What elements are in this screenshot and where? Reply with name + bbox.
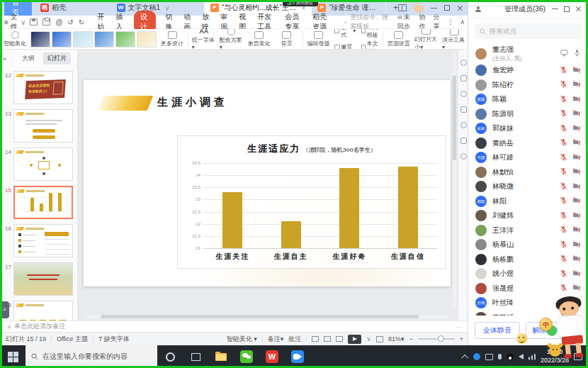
member-row[interactable]: 姚小煜 <box>468 267 588 281</box>
camera-off-icon[interactable] <box>572 138 581 147</box>
camera-off-icon[interactable] <box>572 80 581 89</box>
reading-view-icon[interactable] <box>336 336 343 342</box>
minimize-button[interactable] <box>431 8 437 9</box>
tray-network-icon[interactable] <box>528 354 536 360</box>
fit-window-icon[interactable] <box>376 336 383 342</box>
mic-off-icon[interactable] <box>560 182 567 191</box>
camera-off-icon[interactable] <box>572 269 581 279</box>
member-row[interactable]: 林默怡 <box>468 165 588 180</box>
camera-off-icon[interactable] <box>572 255 581 264</box>
tray-expand-icon[interactable] <box>461 354 468 361</box>
taskbar-search-input[interactable]: 在这里输入你要搜索的内容 <box>26 345 157 368</box>
camera-off-icon[interactable] <box>572 153 581 162</box>
zoom-level[interactable]: 81%▾ <box>388 335 405 342</box>
comment-toggle[interactable]: 批注 <box>288 335 301 344</box>
member-row[interactable]: 王洋洋 <box>468 223 588 238</box>
slide-thumbnail-preview[interactable]: 机会总是留给有准备的人! <box>13 71 73 104</box>
camera-off-icon[interactable] <box>572 240 581 250</box>
slide-thumbnail-preview[interactable] <box>13 262 73 296</box>
mic-off-icon[interactable] <box>560 240 567 250</box>
slide-thumbnail-18[interactable]: 18 <box>1 301 74 320</box>
member-row[interactable]: 董志强(主持人, 我) <box>468 44 588 63</box>
zoom-slider[interactable] <box>418 338 455 340</box>
collapse-ribbon-icon[interactable]: ∧ <box>460 18 465 26</box>
layout-button[interactable]: 版式▾ <box>334 29 356 39</box>
undo-icon[interactable]: ↺ <box>67 18 73 26</box>
member-row[interactable]: 詹宏婷 <box>468 63 588 78</box>
meeting-app-button[interactable] <box>285 345 310 368</box>
mic-off-icon[interactable] <box>560 66 567 75</box>
more-tool-icon[interactable] <box>460 153 467 160</box>
horizontal-scrollbar[interactable] <box>86 315 448 318</box>
print-icon[interactable] <box>43 18 50 26</box>
layers-tool-icon[interactable] <box>460 106 467 113</box>
chart-container[interactable]: 生涯适应力 （湄职院，随机300名学生） 24.52423.52322.5222… <box>177 135 446 269</box>
member-row[interactable]: 可婧林可婧 <box>468 150 588 165</box>
slide-thumbnail-14[interactable]: 14 <box>1 147 74 181</box>
save-icon[interactable] <box>30 18 38 26</box>
collapse-panel-icon[interactable]: « <box>3 55 6 62</box>
maximize-button[interactable] <box>444 5 450 11</box>
tab-outline[interactable]: 大纲 <box>18 52 39 65</box>
member-row[interactable]: 林晓微 <box>468 179 588 194</box>
camera-off-icon[interactable] <box>572 124 581 133</box>
redo-icon[interactable]: ↻ <box>79 18 84 26</box>
mic-off-icon[interactable] <box>560 167 567 177</box>
tray-mic-icon[interactable] <box>498 354 502 359</box>
normal-view-icon[interactable] <box>312 336 319 342</box>
mic-off-icon[interactable] <box>560 255 567 264</box>
smart-beautify-button[interactable]: 智能美化 <box>3 31 27 48</box>
zoom-out-button[interactable]: − <box>409 335 412 342</box>
tray-display-icon[interactable] <box>485 354 493 360</box>
slide-thumbnail-preview[interactable] <box>13 186 73 219</box>
cortana-button[interactable] <box>157 345 183 368</box>
reset-button[interactable]: 重置 <box>334 43 356 50</box>
mic-off-icon[interactable] <box>560 80 567 89</box>
camera-off-icon[interactable] <box>572 284 581 293</box>
design-thumbnail[interactable] <box>94 31 114 48</box>
mic-off-icon[interactable] <box>560 153 567 162</box>
tab-slides[interactable]: 幻灯片 <box>43 52 71 65</box>
slide-thumbnail-preview[interactable] <box>13 301 73 320</box>
slideshow-play-button[interactable] <box>348 335 361 344</box>
page-setup-button[interactable]: 页面设置 <box>387 31 411 48</box>
design-template-strip[interactable] <box>30 31 157 48</box>
member-row[interactable]: 妹妹郭妹妹 <box>468 121 588 136</box>
member-row[interactable]: 陈绍柠 <box>468 78 588 93</box>
member-row[interactable]: 黄皓岳 <box>468 136 588 151</box>
member-row[interactable]: 陈源明 <box>468 107 588 122</box>
camera-off-icon[interactable] <box>572 182 581 191</box>
edit-master-button[interactable]: 编辑母版 <box>307 31 331 48</box>
background-button[interactable]: 背景 <box>275 31 299 48</box>
members-close-button[interactable] <box>575 6 582 12</box>
more-designs-button[interactable]: 更多设计 <box>160 31 184 48</box>
screen-share-icon[interactable] <box>560 49 568 58</box>
member-row[interactable]: 林阳林阳 <box>468 194 588 209</box>
mic-off-icon[interactable] <box>560 211 567 221</box>
member-row[interactable]: 刘健炜 <box>468 208 588 223</box>
mic-off-icon[interactable] <box>560 124 567 133</box>
file-explorer-button[interactable] <box>208 345 234 368</box>
doc-templates-button[interactable]: 本文模板 <box>361 40 379 50</box>
slide-thumbnail-preview[interactable] <box>13 109 73 143</box>
sorter-view-icon[interactable] <box>324 336 331 342</box>
window-switch-icon[interactable] <box>398 4 407 11</box>
slide-thumbnail-16[interactable]: 16 <box>1 224 74 257</box>
design-thumbnail[interactable] <box>30 31 50 48</box>
mail-icon[interactable]: @ <box>55 18 62 26</box>
design-thumbnail[interactable] <box>115 31 135 48</box>
tab-docer[interactable]: 稻 稻壳 <box>35 0 68 16</box>
new-tab-button[interactable]: + <box>393 3 398 13</box>
member-row[interactable]: 张晟煜 <box>468 281 588 296</box>
design-thumbnail[interactable] <box>73 31 93 48</box>
slide-thumbnail-12[interactable]: 12机会总是留给有准备的人! <box>1 71 74 104</box>
mic-off-icon[interactable] <box>560 196 567 206</box>
more-menu-icon[interactable]: ⋮ <box>447 18 453 26</box>
missing-font-warning[interactable]: T 缺失字体 <box>98 335 130 344</box>
design-thumbnail[interactable] <box>52 31 72 48</box>
tray-volume-icon[interactable] <box>519 354 524 359</box>
notes-more-icon[interactable]: ··· <box>456 323 462 330</box>
slide-thumbnail-15[interactable]: 15 <box>1 186 74 219</box>
vertical-scrollbar[interactable] <box>453 54 456 309</box>
member-search-input[interactable]: 搜索成员 <box>475 23 582 39</box>
